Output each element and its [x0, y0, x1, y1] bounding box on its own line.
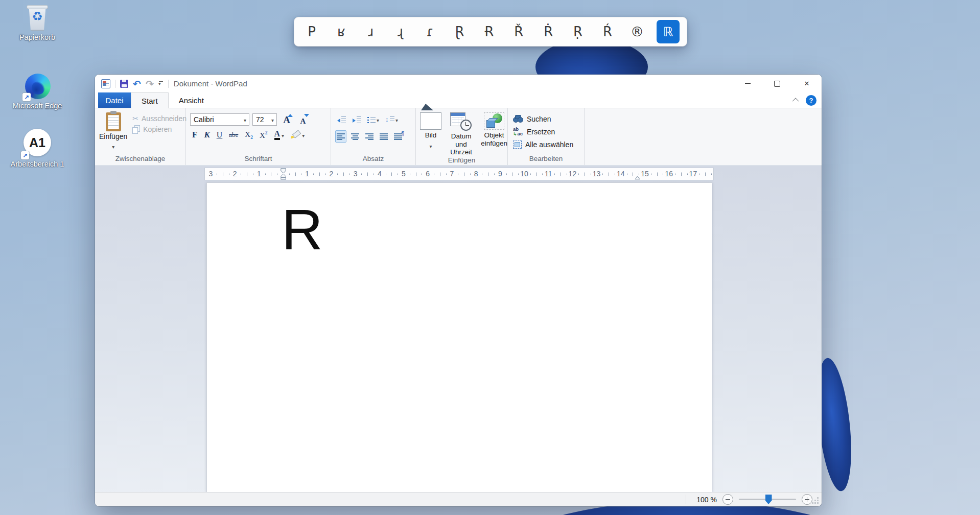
accent-option[interactable]: Ṛ — [568, 25, 588, 38]
insert-datetime-button[interactable]: Datum und Uhrzeit — [446, 112, 477, 156]
minimize-button[interactable] — [733, 75, 762, 92]
zoom-in-button[interactable] — [802, 494, 812, 505]
align-right-button[interactable] — [364, 130, 375, 143]
align-center-button[interactable] — [349, 130, 361, 143]
accent-option[interactable]: Ŕ — [597, 25, 618, 38]
increase-indent-button[interactable] — [351, 113, 363, 126]
ruler[interactable]: 3211234567891011121314151617 — [204, 168, 714, 180]
accent-option[interactable]: ɹ — [361, 25, 381, 38]
replace-icon: ab ac — [513, 127, 523, 137]
right-indent-marker[interactable] — [635, 175, 640, 180]
tab-home[interactable]: Start — [131, 92, 169, 108]
accent-option-selected[interactable]: ℝ — [657, 20, 680, 43]
cut-label: Ausschneiden — [142, 114, 186, 123]
redo-button[interactable] — [146, 78, 154, 89]
tab-file[interactable]: Datei — [98, 92, 131, 108]
cut-button[interactable]: Ausschneiden — [132, 114, 186, 123]
zoom-out-button[interactable] — [722, 494, 733, 505]
line-spacing-button[interactable] — [384, 113, 400, 126]
decrease-indent-button[interactable] — [335, 113, 347, 126]
ruler-number: 9 — [498, 168, 502, 180]
undo-button[interactable] — [133, 78, 141, 89]
accent-option[interactable]: Ř — [508, 25, 529, 38]
accent-option[interactable]: ʁ — [331, 25, 352, 38]
zoom-level-label: 100 % — [696, 496, 717, 504]
font-size-select[interactable]: 72 — [252, 113, 277, 126]
align-left-icon — [337, 133, 345, 140]
recycle-bin-icon — [26, 5, 49, 32]
paragraph-dialog-button[interactable] — [392, 130, 404, 143]
resize-grip[interactable] — [817, 502, 819, 504]
find-button[interactable]: Suchen — [513, 113, 584, 124]
ruler-number: 11 — [545, 168, 552, 180]
desktop-icon-microsoft-edge[interactable]: Microsoft Edge — [6, 74, 68, 110]
font-color-button[interactable]: A — [274, 130, 285, 140]
paste-button[interactable]: Einfügen — [99, 111, 127, 155]
wordpad-app-icon[interactable] — [101, 79, 110, 88]
bold-button[interactable]: F — [192, 130, 197, 140]
justify-icon — [380, 133, 388, 140]
grow-font-button[interactable]: A — [280, 113, 293, 126]
select-all-button[interactable]: Alle auswählen — [513, 139, 584, 150]
chevron-down-icon — [282, 130, 284, 139]
subscript-button[interactable]: X2 — [245, 130, 253, 140]
ruler-tick — [398, 173, 398, 175]
italic-button[interactable]: K — [204, 130, 209, 140]
insert-picture-button[interactable]: Bild — [420, 112, 441, 150]
ruler-tick — [470, 173, 471, 175]
align-left-button[interactable] — [335, 130, 346, 143]
collapse-ribbon-icon[interactable] — [792, 98, 799, 105]
text-highlight-button[interactable] — [291, 130, 305, 139]
ruler-tick — [374, 173, 374, 175]
maximize-button[interactable] — [762, 75, 792, 92]
accent-option[interactable]: ɻ — [390, 25, 411, 38]
ruler-number: 15 — [641, 168, 649, 180]
titlebar[interactable]: Dokument - WordPad — [95, 75, 822, 92]
status-divider — [686, 495, 686, 504]
desktop-icon-recycle-bin[interactable]: Papierkorb — [6, 5, 68, 42]
customize-toolbar-caret[interactable] — [158, 81, 164, 86]
zoom-slider-handle[interactable] — [765, 495, 772, 504]
ruler-tick — [518, 173, 519, 175]
shortcut-arrow-icon — [22, 93, 31, 101]
replace-button[interactable]: ab ac Ersetzen — [513, 126, 584, 137]
ruler-tick — [319, 172, 320, 176]
accent-option[interactable]: Ɍ — [479, 25, 499, 38]
superscript-button[interactable]: X2 — [260, 130, 268, 140]
strikethrough-button[interactable]: abe — [229, 131, 238, 139]
accent-option[interactable]: Ṙ — [538, 25, 558, 38]
help-button[interactable]: ? — [806, 95, 816, 106]
decrease-indent-icon — [337, 116, 346, 123]
accent-option[interactable]: ɾ — [420, 25, 440, 38]
desktop-icon-label: Arbeitsbereich 1 — [11, 160, 64, 169]
accent-option[interactable]: ® — [627, 25, 647, 38]
ruler-tick — [422, 173, 422, 175]
underline-button[interactable]: U — [217, 130, 223, 139]
zoom-slider[interactable] — [739, 499, 796, 500]
desktop-icon-label: Papierkorb — [19, 34, 55, 42]
paste-clipboard-icon — [106, 112, 121, 131]
list-button[interactable] — [366, 113, 381, 126]
save-button[interactable] — [120, 80, 128, 88]
tab-view[interactable]: Ansicht — [169, 92, 214, 108]
scissors-icon — [132, 114, 138, 123]
ruler-tick — [705, 172, 706, 176]
window-controls — [733, 75, 822, 92]
justify-button[interactable] — [378, 130, 389, 143]
insert-object-button[interactable]: Objekt einfügen — [481, 112, 507, 147]
align-center-icon — [351, 133, 359, 140]
ruler-tick — [591, 173, 591, 175]
replace-label: Ersetzen — [527, 128, 555, 136]
accent-option[interactable]: Ɽ — [450, 25, 470, 38]
font-family-select[interactable]: Calibri — [190, 113, 249, 126]
hanging-indent-marker[interactable] — [281, 173, 286, 180]
ruler-tick — [361, 173, 362, 175]
accent-option[interactable]: Р — [301, 25, 322, 38]
copy-button[interactable]: Kopieren — [132, 125, 186, 133]
close-button[interactable] — [792, 75, 822, 92]
desktop-icon-workspace[interactable]: A1 Arbeitsbereich 1 — [6, 129, 68, 169]
shrink-font-button[interactable]: A — [296, 113, 310, 126]
picture-icon — [420, 112, 441, 130]
document-page[interactable]: R — [206, 182, 712, 492]
binoculars-icon — [513, 115, 523, 123]
